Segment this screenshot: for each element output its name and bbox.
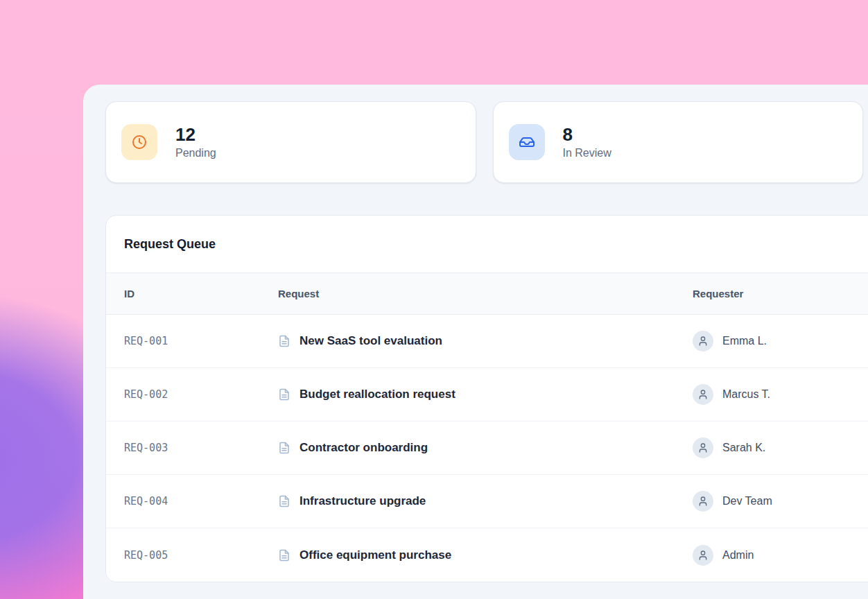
request-queue-header: Request Queue bbox=[106, 216, 868, 273]
stat-value-pending: 12 bbox=[175, 125, 216, 146]
request-cell: Contractor onboarding bbox=[278, 441, 693, 455]
requester-cell: Emma L. bbox=[693, 331, 868, 351]
column-header-request: Request bbox=[278, 288, 693, 300]
table-row[interactable]: REQ-001 New SaaS tool evaluation bbox=[106, 315, 868, 368]
request-title: New SaaS tool evaluation bbox=[300, 334, 442, 348]
table-row[interactable]: REQ-004 Infrastructure upgrade bbox=[106, 475, 868, 528]
clock-icon bbox=[121, 124, 157, 160]
table-row[interactable]: REQ-005 Office equipment purchase bbox=[106, 528, 868, 582]
table-body: REQ-001 New SaaS tool evaluation bbox=[106, 315, 868, 582]
request-cell: New SaaS tool evaluation bbox=[278, 334, 693, 348]
user-avatar-icon bbox=[693, 437, 713, 458]
table-header-row: ID Request Requester bbox=[106, 273, 868, 315]
request-id: REQ-004 bbox=[106, 495, 278, 507]
requester-name: Admin bbox=[722, 549, 754, 562]
stat-label-in-review: In Review bbox=[563, 147, 611, 159]
request-title: Budget reallocation request bbox=[300, 388, 455, 401]
user-avatar-icon bbox=[693, 384, 713, 405]
requester-name: Dev Team bbox=[722, 495, 772, 507]
stat-text: 8 In Review bbox=[563, 125, 611, 160]
stat-text: 12 Pending bbox=[175, 125, 216, 160]
request-queue-card: Request Queue ID Request Requester REQ-0… bbox=[105, 215, 868, 582]
file-text-icon bbox=[278, 335, 290, 347]
main-panel: 12 Pending 8 In Review Request Queue ID … bbox=[83, 85, 868, 599]
requester-name: Emma L. bbox=[722, 335, 767, 347]
requester-cell: Admin bbox=[693, 545, 868, 566]
inbox-icon bbox=[509, 124, 545, 160]
request-id: REQ-002 bbox=[106, 388, 278, 401]
request-title: Office equipment purchase bbox=[300, 548, 451, 562]
file-text-icon bbox=[278, 549, 290, 562]
table-row[interactable]: REQ-002 Budget reallocation request bbox=[106, 368, 868, 422]
requester-cell: Sarah K. bbox=[693, 437, 868, 458]
requester-cell: Dev Team bbox=[693, 491, 868, 512]
column-header-id: ID bbox=[106, 288, 278, 300]
user-avatar-icon bbox=[693, 331, 713, 351]
stat-card-pending: 12 Pending bbox=[105, 101, 476, 183]
requester-name: Sarah K. bbox=[722, 442, 765, 454]
request-id: REQ-001 bbox=[106, 335, 278, 347]
column-header-requester: Requester bbox=[693, 288, 868, 300]
table-row[interactable]: REQ-003 Contractor onboarding bbox=[106, 422, 868, 475]
stats-row: 12 Pending 8 In Review bbox=[105, 101, 863, 183]
stat-value-in-review: 8 bbox=[563, 125, 611, 146]
page-title: Request Queue bbox=[124, 237, 216, 252]
requester-name: Marcus T. bbox=[722, 388, 770, 401]
stat-card-in-review: 8 In Review bbox=[493, 101, 864, 183]
request-title: Infrastructure upgrade bbox=[300, 494, 426, 508]
file-text-icon bbox=[278, 442, 290, 454]
stat-label-pending: Pending bbox=[175, 147, 216, 159]
requester-cell: Marcus T. bbox=[693, 384, 868, 405]
request-cell: Budget reallocation request bbox=[278, 388, 693, 401]
request-title: Contractor onboarding bbox=[300, 441, 428, 455]
file-text-icon bbox=[278, 388, 290, 401]
request-id: REQ-005 bbox=[106, 549, 278, 562]
user-avatar-icon bbox=[693, 545, 713, 566]
user-avatar-icon bbox=[693, 491, 713, 512]
request-cell: Office equipment purchase bbox=[278, 548, 693, 562]
request-cell: Infrastructure upgrade bbox=[278, 494, 693, 508]
file-text-icon bbox=[278, 495, 290, 507]
request-id: REQ-003 bbox=[106, 442, 278, 454]
